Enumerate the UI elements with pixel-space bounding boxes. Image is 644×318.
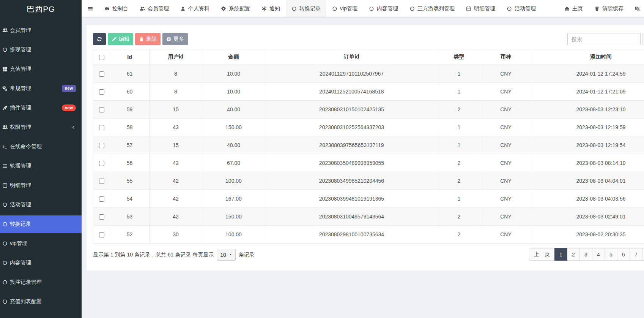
nav-item-label: 会员管理	[148, 5, 169, 12]
pagination-page-3[interactable]: 3	[579, 248, 592, 261]
sidebar-item-会员管理[interactable]: 会员管理	[0, 22, 82, 39]
nav-item-控制台[interactable]: 控制台	[99, 0, 134, 17]
table-cell: 2023080397565653137119	[265, 136, 438, 154]
nav-item-内容管理[interactable]: 内容管理	[363, 0, 404, 17]
sidebar-item-在线命令管理[interactable]: 在线命令管理	[0, 138, 82, 155]
nav-item-活动管理[interactable]: 活动管理	[501, 0, 542, 17]
table-cell: 2	[438, 101, 480, 119]
nav-item-个人资料[interactable]: 个人资料	[175, 0, 215, 17]
sidebar-item-常规管理[interactable]: 常规管理new	[0, 80, 82, 97]
column-header: 用户id	[150, 49, 202, 65]
pagination-page-5[interactable]: 5	[605, 248, 617, 261]
nav-item-主页[interactable]: 主页	[559, 0, 589, 17]
table-cell: 2	[438, 208, 480, 226]
nav-item-清除缓存[interactable]: 清除缓存	[589, 0, 629, 17]
circle-icon	[409, 6, 415, 11]
sidebar-item-label: 会员管理	[10, 27, 31, 34]
pagination-page-6[interactable]: 6	[617, 248, 630, 261]
nav-item-label: 控制台	[112, 5, 128, 12]
language-icon	[635, 6, 640, 11]
caret-up-icon	[229, 253, 232, 256]
row-select-cell	[93, 208, 110, 226]
nav-item-language[interactable]	[629, 0, 644, 17]
table-cell: 2023-08-03 04:03:56	[532, 190, 644, 208]
circle-icon	[2, 47, 8, 52]
pagination-info-text: 显示第 1 到第 10 条记录，总共 61 条记录 每页显示	[93, 252, 214, 258]
sidebar-item-充值管理[interactable]: 充值管理	[0, 60, 82, 78]
pagination-info: 显示第 1 到第 10 条记录，总共 61 条记录 每页显示 10 条记录	[93, 249, 255, 261]
sidebar-item-充值列表配置[interactable]: 充值列表配置	[0, 293, 82, 310]
sidebar-item-插件管理[interactable]: 插件管理new	[0, 99, 82, 117]
sidebar-item-提现管理[interactable]: 提现管理	[0, 41, 82, 59]
table-cell: 8	[150, 83, 202, 101]
pagination-page-2[interactable]: 2	[567, 248, 580, 261]
nav-item-转换记录[interactable]: 转换记录	[286, 0, 326, 17]
table-cell: 2	[438, 172, 480, 190]
row-checkbox[interactable]	[99, 179, 104, 184]
sidebar-item-label: 内容管理	[10, 259, 31, 266]
sidebar-item-label: 明细管理	[10, 182, 31, 189]
row-checkbox[interactable]	[99, 89, 104, 95]
pagination-next[interactable]: 下一页	[642, 248, 644, 261]
row-checkbox[interactable]	[99, 161, 104, 166]
row-checkbox[interactable]	[99, 71, 104, 77]
table-cell: 2023080310150102425135	[265, 101, 438, 119]
sidebar-item-明细管理[interactable]: 明细管理	[0, 177, 82, 194]
table-cell: 40.00	[202, 101, 265, 119]
refresh-button[interactable]	[93, 33, 106, 45]
pagination-page-4[interactable]: 4	[592, 248, 605, 261]
select-all-checkbox[interactable]	[99, 55, 104, 60]
table-cell: 10.00	[202, 65, 265, 83]
nav-item-label: 个人资料	[188, 5, 209, 12]
table-row: 5342150.0020230803100495791435642CNY2023…	[93, 208, 644, 226]
columns-button[interactable]	[642, 33, 644, 45]
sidebar-toggle-button[interactable]	[82, 0, 99, 17]
table-cell: 2	[438, 154, 480, 172]
row-checkbox[interactable]	[99, 196, 104, 202]
table-cell: 42	[150, 190, 202, 208]
users-icon	[2, 125, 8, 130]
table-cell: 52	[110, 226, 150, 244]
pagination-page-7[interactable]: 7	[630, 248, 642, 261]
page-size-dropdown[interactable]: 10	[217, 249, 236, 261]
nav-item-通知[interactable]: 通知	[256, 0, 286, 17]
table-cell: 1	[438, 190, 480, 208]
sidebar-item-轮播管理[interactable]: 轮播管理	[0, 157, 82, 175]
nav-item-系统配置[interactable]: 系统配置	[215, 0, 256, 17]
nav-item-明细管理[interactable]: 明细管理	[460, 0, 501, 17]
row-checkbox[interactable]	[99, 232, 104, 237]
table-cell: CNY	[480, 101, 532, 119]
row-select-cell	[93, 226, 110, 244]
row-checkbox[interactable]	[99, 143, 104, 148]
sidebar-item-投注记录管理[interactable]: 投注记录管理	[0, 274, 82, 291]
pagination-page-1[interactable]: 1	[554, 248, 567, 261]
edit-button[interactable]: 编辑	[108, 33, 133, 45]
table-cell: 2023-08-03 12:23:10	[532, 101, 644, 119]
sidebar-item-内容管理[interactable]: 内容管理	[0, 254, 82, 272]
delete-button[interactable]: 删除	[135, 33, 161, 45]
pagination-prev[interactable]: 上一页	[529, 248, 555, 261]
table-options-group	[642, 33, 644, 45]
table-cell: 2023-08-03 08:14:10	[532, 154, 644, 172]
calendar-icon	[2, 183, 8, 188]
circle-icon	[2, 299, 8, 304]
more-button[interactable]: 更多	[162, 33, 188, 45]
nav-item-会员管理[interactable]: 会员管理	[134, 0, 175, 17]
table-cell: 150.00	[202, 208, 265, 226]
sidebar-item-活动管理[interactable]: 活动管理	[0, 196, 82, 214]
sidebar-item-vip管理[interactable]: vip管理	[0, 235, 82, 252]
nav-item-vip管理[interactable]: vip管理	[326, 0, 363, 17]
table-cell: CNY	[480, 119, 532, 136]
sidebar-item-权限管理[interactable]: 权限管理	[0, 119, 82, 136]
rocket-icon	[2, 105, 8, 111]
sidebar: 巴西PG 会员管理提现管理充值管理常规管理new插件管理new权限管理在线命令管…	[0, 0, 82, 318]
nav-item-label: vip管理	[340, 5, 357, 12]
search-input[interactable]	[567, 33, 641, 45]
sidebar-item-label: 充值管理	[10, 66, 31, 73]
nav-item-三方游戏列管理[interactable]: 三方游戏列管理	[404, 0, 460, 17]
row-checkbox[interactable]	[99, 214, 104, 220]
sidebar-item-转换记录[interactable]: 转换记录	[0, 215, 82, 233]
row-checkbox[interactable]	[99, 125, 104, 130]
nav-item-label: 内容管理	[377, 5, 398, 12]
row-checkbox[interactable]	[99, 107, 104, 112]
